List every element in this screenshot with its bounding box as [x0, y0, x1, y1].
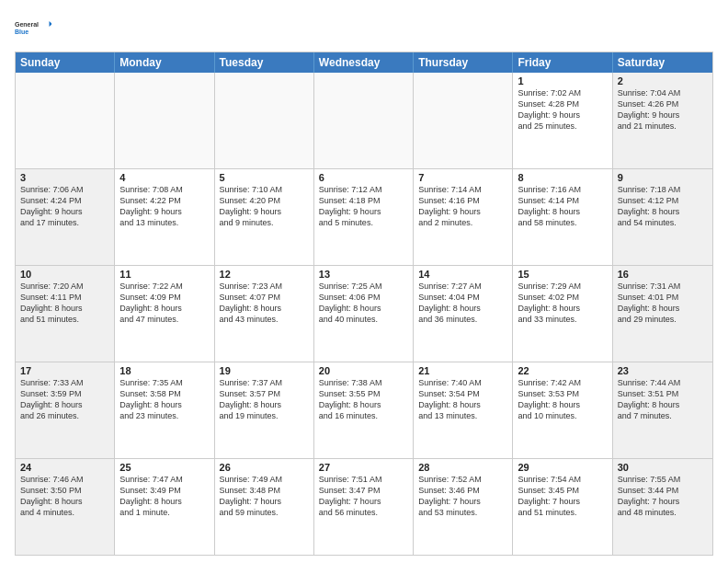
- calendar-cell: [215, 73, 314, 168]
- cell-info: Sunrise: 7:54 AM Sunset: 3:45 PM Dayligh…: [518, 474, 607, 519]
- day-number: 12: [220, 269, 309, 280]
- cell-info: Sunrise: 7:22 AM Sunset: 4:09 PM Dayligh…: [119, 281, 209, 326]
- day-number: 16: [618, 269, 708, 280]
- day-number: 26: [220, 462, 309, 473]
- calendar-cell: 16Sunrise: 7:31 AM Sunset: 4:01 PM Dayli…: [613, 266, 712, 362]
- cell-info: Sunrise: 7:12 AM Sunset: 4:18 PM Dayligh…: [319, 184, 408, 229]
- calendar-cell: 22Sunrise: 7:42 AM Sunset: 3:53 PM Dayli…: [513, 362, 612, 458]
- day-number: 21: [418, 365, 507, 376]
- header-cell-saturday: Saturday: [613, 52, 712, 73]
- calendar-cell: 30Sunrise: 7:55 AM Sunset: 3:44 PM Dayli…: [613, 459, 712, 555]
- cell-info: Sunrise: 7:38 AM Sunset: 3:55 PM Dayligh…: [319, 377, 408, 422]
- day-number: 29: [518, 462, 607, 473]
- cell-info: Sunrise: 7:29 AM Sunset: 4:02 PM Dayligh…: [518, 281, 607, 326]
- cell-info: Sunrise: 7:51 AM Sunset: 3:47 PM Dayligh…: [319, 474, 408, 519]
- cell-info: Sunrise: 7:04 AM Sunset: 4:26 PM Dayligh…: [618, 87, 708, 132]
- day-number: 22: [518, 365, 607, 376]
- calendar: SundayMondayTuesdayWednesdayThursdayFrid…: [15, 52, 713, 556]
- calendar-cell: 19Sunrise: 7:37 AM Sunset: 3:57 PM Dayli…: [215, 362, 314, 458]
- cell-info: Sunrise: 7:16 AM Sunset: 4:14 PM Dayligh…: [518, 184, 607, 229]
- calendar-cell: 23Sunrise: 7:44 AM Sunset: 3:51 PM Dayli…: [613, 362, 712, 458]
- calendar-cell: 2Sunrise: 7:04 AM Sunset: 4:26 PM Daylig…: [613, 73, 712, 168]
- calendar-cell: 13Sunrise: 7:25 AM Sunset: 4:06 PM Dayli…: [314, 266, 414, 362]
- cell-info: Sunrise: 7:37 AM Sunset: 3:57 PM Dayligh…: [220, 377, 309, 422]
- day-number: 24: [20, 462, 109, 473]
- day-number: 19: [220, 365, 309, 376]
- day-number: 28: [418, 462, 507, 473]
- day-number: 20: [319, 365, 408, 376]
- calendar-cell: 6Sunrise: 7:12 AM Sunset: 4:18 PM Daylig…: [314, 169, 414, 265]
- calendar-cell: [115, 73, 214, 168]
- day-number: 17: [20, 365, 109, 376]
- day-number: 11: [119, 269, 209, 280]
- calendar-cell: 21Sunrise: 7:40 AM Sunset: 3:54 PM Dayli…: [414, 362, 513, 458]
- day-number: 1: [518, 75, 607, 86]
- cell-info: Sunrise: 7:33 AM Sunset: 3:59 PM Dayligh…: [20, 377, 109, 422]
- cell-info: Sunrise: 7:42 AM Sunset: 3:53 PM Dayligh…: [518, 377, 607, 422]
- cell-info: Sunrise: 7:49 AM Sunset: 3:48 PM Dayligh…: [220, 474, 309, 519]
- day-number: 30: [618, 462, 708, 473]
- header-cell-friday: Friday: [513, 52, 612, 73]
- calendar-header: SundayMondayTuesdayWednesdayThursdayFrid…: [16, 52, 712, 73]
- cell-info: Sunrise: 7:47 AM Sunset: 3:49 PM Dayligh…: [119, 474, 209, 519]
- calendar-cell: 14Sunrise: 7:27 AM Sunset: 4:04 PM Dayli…: [414, 266, 513, 362]
- cell-info: Sunrise: 7:44 AM Sunset: 3:51 PM Dayligh…: [618, 377, 708, 422]
- page-header: General Blue: [15, 11, 713, 46]
- calendar-row-2: 10Sunrise: 7:20 AM Sunset: 4:11 PM Dayli…: [16, 266, 712, 362]
- day-number: 13: [319, 269, 408, 280]
- header-cell-wednesday: Wednesday: [314, 52, 414, 73]
- calendar-row-1: 3Sunrise: 7:06 AM Sunset: 4:24 PM Daylig…: [16, 169, 712, 266]
- calendar-cell: 3Sunrise: 7:06 AM Sunset: 4:24 PM Daylig…: [16, 169, 115, 265]
- day-number: 6: [319, 172, 408, 183]
- cell-info: Sunrise: 7:27 AM Sunset: 4:04 PM Dayligh…: [418, 281, 507, 326]
- cell-info: Sunrise: 7:06 AM Sunset: 4:24 PM Dayligh…: [20, 184, 109, 229]
- calendar-cell: 29Sunrise: 7:54 AM Sunset: 3:45 PM Dayli…: [513, 459, 612, 555]
- calendar-cell: 8Sunrise: 7:16 AM Sunset: 4:14 PM Daylig…: [513, 169, 612, 265]
- cell-info: Sunrise: 7:20 AM Sunset: 4:11 PM Dayligh…: [20, 281, 109, 326]
- header-cell-monday: Monday: [115, 52, 214, 73]
- calendar-cell: 1Sunrise: 7:02 AM Sunset: 4:28 PM Daylig…: [513, 73, 612, 168]
- svg-text:Blue: Blue: [15, 29, 28, 35]
- svg-text:General: General: [15, 21, 39, 28]
- day-number: 14: [418, 269, 507, 280]
- cell-info: Sunrise: 7:18 AM Sunset: 4:12 PM Dayligh…: [618, 184, 708, 229]
- header-cell-sunday: Sunday: [16, 52, 115, 73]
- calendar-cell: 15Sunrise: 7:29 AM Sunset: 4:02 PM Dayli…: [513, 266, 612, 362]
- calendar-cell: 10Sunrise: 7:20 AM Sunset: 4:11 PM Dayli…: [16, 266, 115, 362]
- cell-info: Sunrise: 7:52 AM Sunset: 3:46 PM Dayligh…: [418, 474, 507, 519]
- cell-info: Sunrise: 7:14 AM Sunset: 4:16 PM Dayligh…: [418, 184, 507, 229]
- cell-info: Sunrise: 7:35 AM Sunset: 3:58 PM Dayligh…: [119, 377, 209, 422]
- calendar-row-0: 1Sunrise: 7:02 AM Sunset: 4:28 PM Daylig…: [16, 73, 712, 169]
- day-number: 7: [418, 172, 507, 183]
- cell-info: Sunrise: 7:23 AM Sunset: 4:07 PM Dayligh…: [220, 281, 309, 326]
- calendar-cell: [16, 73, 115, 168]
- cell-info: Sunrise: 7:02 AM Sunset: 4:28 PM Dayligh…: [518, 87, 607, 132]
- day-number: 25: [119, 462, 209, 473]
- cell-info: Sunrise: 7:25 AM Sunset: 4:06 PM Dayligh…: [319, 281, 408, 326]
- cell-info: Sunrise: 7:55 AM Sunset: 3:44 PM Dayligh…: [618, 474, 708, 519]
- calendar-cell: 9Sunrise: 7:18 AM Sunset: 4:12 PM Daylig…: [613, 169, 712, 265]
- day-number: 8: [518, 172, 607, 183]
- calendar-cell: 24Sunrise: 7:46 AM Sunset: 3:50 PM Dayli…: [16, 459, 115, 555]
- calendar-cell: 25Sunrise: 7:47 AM Sunset: 3:49 PM Dayli…: [115, 459, 214, 555]
- day-number: 4: [119, 172, 209, 183]
- day-number: 9: [618, 172, 708, 183]
- header-cell-thursday: Thursday: [414, 52, 513, 73]
- calendar-cell: 26Sunrise: 7:49 AM Sunset: 3:48 PM Dayli…: [215, 459, 314, 555]
- day-number: 18: [119, 365, 209, 376]
- svg-marker-2: [50, 21, 52, 27]
- cell-info: Sunrise: 7:08 AM Sunset: 4:22 PM Dayligh…: [119, 184, 209, 229]
- day-number: 5: [220, 172, 309, 183]
- calendar-cell: [314, 73, 414, 168]
- calendar-cell: 12Sunrise: 7:23 AM Sunset: 4:07 PM Dayli…: [215, 266, 314, 362]
- calendar-cell: 5Sunrise: 7:10 AM Sunset: 4:20 PM Daylig…: [215, 169, 314, 265]
- calendar-row-4: 24Sunrise: 7:46 AM Sunset: 3:50 PM Dayli…: [16, 459, 712, 555]
- cell-info: Sunrise: 7:46 AM Sunset: 3:50 PM Dayligh…: [20, 474, 109, 519]
- day-number: 27: [319, 462, 408, 473]
- calendar-cell: 20Sunrise: 7:38 AM Sunset: 3:55 PM Dayli…: [314, 362, 414, 458]
- calendar-cell: 18Sunrise: 7:35 AM Sunset: 3:58 PM Dayli…: [115, 362, 214, 458]
- calendar-cell: [414, 73, 513, 168]
- day-number: 23: [618, 365, 708, 376]
- cell-info: Sunrise: 7:31 AM Sunset: 4:01 PM Dayligh…: [618, 281, 708, 326]
- calendar-row-3: 17Sunrise: 7:33 AM Sunset: 3:59 PM Dayli…: [16, 362, 712, 459]
